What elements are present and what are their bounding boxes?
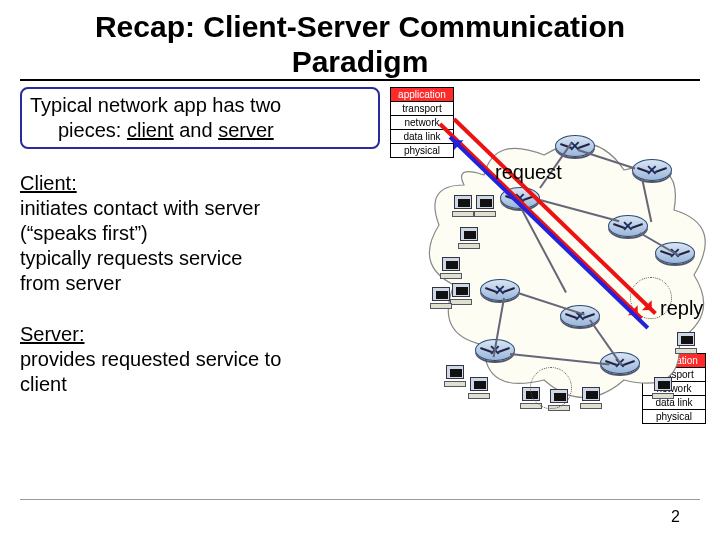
client-section: Client: initiates contact with server (“… bbox=[20, 171, 380, 296]
left-column: Typical network app has two pieces: clie… bbox=[20, 87, 380, 423]
server-l1: provides requested service to bbox=[20, 348, 281, 370]
host-icon bbox=[428, 287, 454, 311]
wireless-ring-icon bbox=[530, 367, 572, 409]
intro-line1: Typical network app has two bbox=[30, 94, 281, 116]
intro-box: Typical network app has two pieces: clie… bbox=[20, 87, 380, 149]
intro-server-word: server bbox=[218, 119, 274, 141]
router-icon: ✕ bbox=[480, 279, 520, 301]
host-icon bbox=[438, 257, 464, 281]
host-icon bbox=[578, 387, 604, 411]
intro-and-word: and bbox=[174, 119, 218, 141]
host-icon bbox=[456, 227, 482, 251]
host-icon bbox=[442, 365, 468, 389]
host-icon bbox=[466, 377, 492, 401]
router-icon: ✕ bbox=[632, 159, 672, 181]
client-l2: (“speaks first”) bbox=[20, 222, 148, 244]
footer-rule bbox=[20, 499, 700, 500]
reply-label: reply bbox=[660, 297, 703, 320]
client-l3: typically requests service bbox=[20, 247, 242, 269]
client-header: Client: bbox=[20, 172, 77, 194]
page-number: 2 bbox=[671, 508, 680, 526]
host-icon bbox=[650, 377, 676, 401]
intro-line2-pre: pieces: bbox=[58, 119, 127, 141]
request-label: request bbox=[495, 161, 562, 184]
client-l1: initiates contact with server bbox=[20, 197, 260, 219]
server-l2: client bbox=[20, 373, 67, 395]
intro-client-word: client bbox=[127, 119, 174, 141]
host-icon bbox=[673, 332, 699, 356]
client-l4: from server bbox=[20, 272, 121, 294]
slide-content: Typical network app has two pieces: clie… bbox=[0, 87, 720, 423]
host-icon bbox=[472, 195, 498, 219]
slide-title: Recap: Client-Server Communication Parad… bbox=[20, 0, 700, 81]
server-section: Server: provides requested service to cl… bbox=[20, 322, 380, 397]
stack-layer-physical: physical bbox=[643, 410, 705, 423]
diagram-area: application transport network data link … bbox=[380, 87, 700, 423]
server-header: Server: bbox=[20, 323, 84, 345]
stack-layer-transport: transport bbox=[391, 102, 453, 116]
stack-layer-application: application bbox=[391, 88, 453, 102]
